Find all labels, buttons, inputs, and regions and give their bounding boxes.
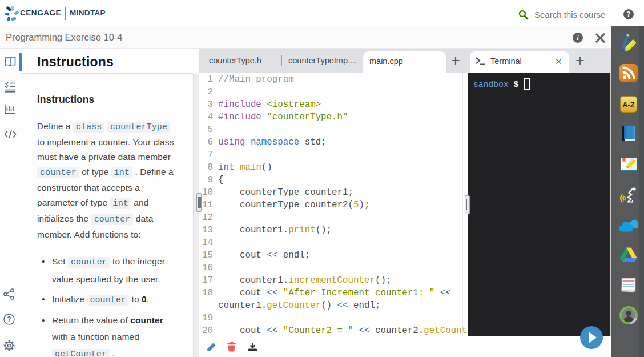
svg-text:?: ?	[7, 315, 11, 323]
svg-text:A-Z: A-Z	[622, 101, 635, 109]
